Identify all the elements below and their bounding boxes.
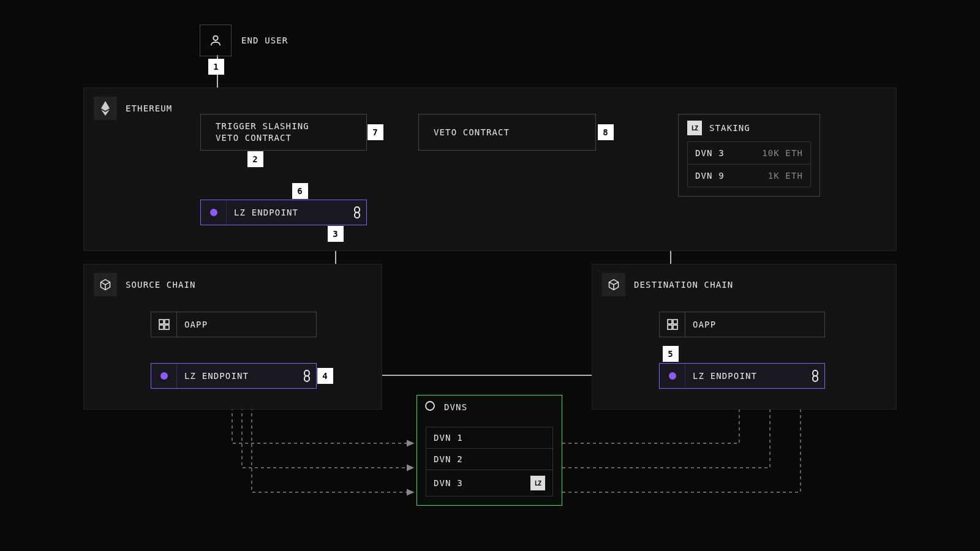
destination-chain-panel: DESTINATION CHAIN OAPP LZ ENDPOINT	[592, 264, 897, 410]
svg-rect-13	[668, 320, 672, 324]
staking-panel: LZ STAKING DVN 3 10K ETH DVN 9 1K ETH	[678, 114, 820, 197]
step-5: 5	[663, 346, 679, 362]
chain-link-icon	[806, 364, 824, 388]
trigger-slashing-label: TRIGGER SLASHING VETO CONTRACT	[208, 121, 317, 144]
step-7: 7	[368, 124, 383, 140]
lz-dot-icon	[660, 364, 685, 388]
svg-rect-9	[159, 325, 164, 329]
staking-title: STAKING	[709, 123, 750, 133]
svg-rect-12	[304, 376, 309, 381]
lz-endpoint-ethereum: LZ ENDPOINT	[200, 200, 367, 225]
lz-endpoint-label: LZ ENDPOINT	[177, 371, 298, 381]
oapp-dest: OAPP	[659, 312, 825, 337]
staking-amount: 10K ETH	[762, 148, 803, 158]
destination-chain-header: DESTINATION CHAIN	[602, 273, 733, 296]
ethereum-icon	[94, 97, 117, 120]
dvns-title: DVNS	[444, 402, 467, 412]
step-2: 2	[247, 151, 263, 167]
dvns-row: DVN 2	[426, 448, 552, 470]
lz-endpoint-dest: LZ ENDPOINT	[659, 363, 825, 389]
svg-rect-6	[355, 212, 360, 218]
lz-dot-icon	[151, 364, 177, 388]
chain-link-icon	[298, 364, 316, 388]
step-8: 8	[598, 124, 614, 140]
grid-icon	[660, 312, 685, 337]
svg-point-19	[426, 402, 434, 410]
svg-rect-5	[355, 207, 360, 212]
ethereum-panel: ETHEREUM TRIGGER SLASHING VETO CONTRACT …	[83, 88, 897, 251]
ethereum-header: ETHEREUM	[94, 97, 172, 120]
cube-icon	[94, 273, 117, 296]
source-chain-title: SOURCE CHAIN	[126, 280, 196, 290]
dvns-name: DVN 1	[434, 433, 463, 443]
svg-rect-15	[668, 325, 672, 329]
end-user: END USER	[200, 24, 288, 56]
dvns-header: DVNS	[417, 395, 562, 418]
oapp-label: OAPP	[177, 319, 215, 331]
staking-amount: 1K ETH	[768, 171, 803, 181]
lz-logo-icon: LZ	[687, 121, 702, 135]
svg-rect-11	[304, 370, 309, 376]
step-4: 4	[317, 368, 333, 384]
svg-rect-18	[813, 376, 818, 381]
end-user-label: END USER	[241, 36, 288, 45]
oapp-label: OAPP	[685, 319, 723, 331]
staking-name: DVN 3	[695, 148, 725, 158]
dvns-name: DVN 2	[434, 454, 463, 464]
lz-dot-icon	[201, 200, 227, 225]
dvns-row: DVN 1	[426, 427, 552, 448]
staking-list: DVN 3 10K ETH DVN 9 1K ETH	[687, 141, 811, 187]
user-icon	[200, 24, 232, 56]
dvns-panel: DVNS DVN 1 DVN 2 DVN 3 LZ	[417, 395, 562, 506]
step-3: 3	[328, 226, 344, 242]
lz-endpoint-label: LZ ENDPOINT	[685, 371, 806, 381]
source-chain-header: SOURCE CHAIN	[94, 273, 196, 296]
dvns-list: DVN 1 DVN 2 DVN 3 LZ	[426, 427, 553, 497]
grid-icon	[151, 312, 177, 337]
ethereum-title: ETHEREUM	[126, 103, 172, 113]
step-1: 1	[208, 59, 224, 75]
staking-name: DVN 9	[695, 171, 725, 181]
dvns-name: DVN 3	[434, 478, 463, 488]
lz-endpoint-label: LZ ENDPOINT	[227, 208, 348, 217]
svg-rect-14	[673, 320, 677, 324]
veto-contract-box: VETO CONTRACT	[418, 114, 596, 151]
svg-point-4	[213, 36, 217, 40]
dvns-row: DVN 3 LZ	[426, 470, 552, 496]
svg-rect-7	[159, 320, 164, 324]
step-6: 6	[292, 183, 308, 199]
lz-endpoint-source: LZ ENDPOINT	[151, 363, 317, 389]
source-chain-panel: SOURCE CHAIN OAPP LZ ENDPOINT	[83, 264, 382, 410]
svg-rect-17	[813, 370, 818, 376]
circle-outline-icon	[424, 400, 435, 413]
cube-icon	[602, 273, 625, 296]
staking-row: DVN 3 10K ETH	[688, 142, 810, 164]
chain-link-icon	[348, 200, 366, 225]
svg-rect-16	[673, 325, 677, 329]
svg-rect-8	[165, 320, 169, 324]
lz-logo-icon: LZ	[530, 476, 545, 490]
svg-rect-10	[165, 325, 169, 329]
staking-row: DVN 9 1K ETH	[688, 164, 810, 187]
veto-contract-label: VETO CONTRACT	[426, 127, 517, 138]
oapp-source: OAPP	[151, 312, 317, 337]
staking-header: LZ STAKING	[679, 114, 820, 141]
trigger-slashing-box: TRIGGER SLASHING VETO CONTRACT	[200, 114, 367, 151]
destination-chain-title: DESTINATION CHAIN	[634, 280, 733, 290]
